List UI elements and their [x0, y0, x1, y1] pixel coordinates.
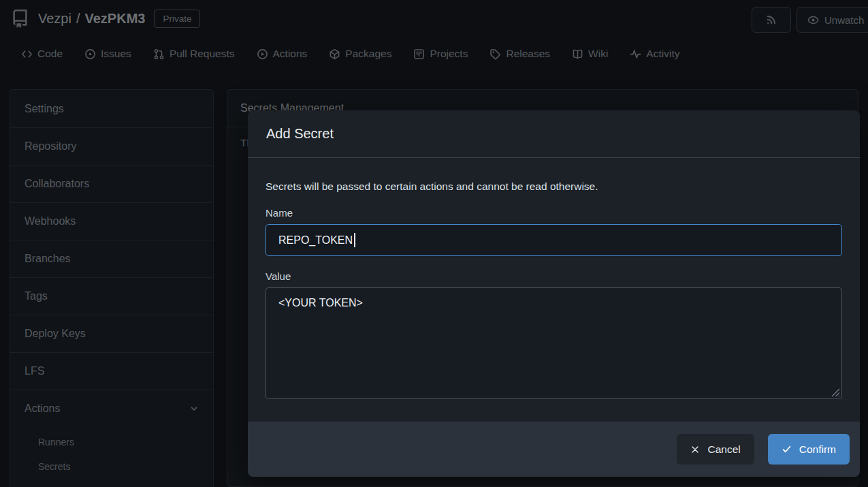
x-icon [690, 445, 700, 454]
secret-value-text: <YOUR TOKEN> [278, 297, 363, 309]
modal-header: Add Secret [248, 110, 860, 158]
modal-description: Secrets will be passed to certain action… [266, 180, 842, 193]
value-field-label: Value [266, 270, 842, 282]
cancel-button[interactable]: Cancel [677, 434, 754, 465]
secret-name-value: REPO_TOKEN [278, 234, 353, 247]
secret-value-textarea[interactable]: <YOUR TOKEN> [266, 287, 842, 399]
resize-grip-icon[interactable] [831, 388, 840, 397]
modal-title: Add Secret [266, 126, 334, 142]
modal-footer: Cancel Confirm [248, 422, 860, 477]
name-field-label: Name [266, 207, 842, 219]
secret-name-input[interactable]: REPO_TOKEN [266, 224, 842, 256]
modal-body: Secrets will be passed to certain action… [248, 180, 860, 399]
text-caret [354, 233, 355, 247]
confirm-button[interactable]: Confirm [768, 434, 850, 465]
confirm-label: Confirm [799, 443, 836, 456]
cancel-label: Cancel [707, 443, 740, 456]
add-secret-modal: Add Secret Secrets will be passed to cer… [248, 110, 860, 477]
check-icon [782, 444, 792, 454]
